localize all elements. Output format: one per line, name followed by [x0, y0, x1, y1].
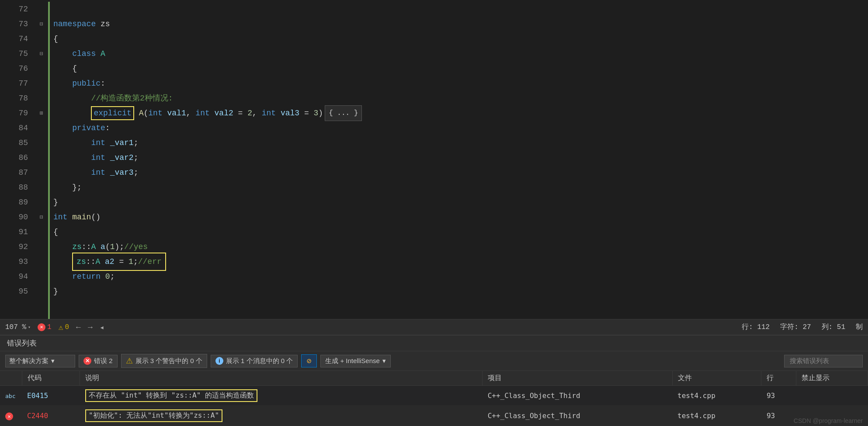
code-line-74: { [53, 31, 868, 46]
warning-filter-button[interactable]: ⚠ 展示 3 个警告中的 0 个 [121, 354, 207, 368]
editor-area: 72 73 74 75 76 77 78 79 84 85 86 87 88 8… [0, 0, 868, 319]
zoom-control[interactable]: 107 % ▾ [5, 323, 31, 331]
line-num-86: 86 [3, 150, 28, 165]
error-count-badge[interactable]: ✕ 1 [38, 323, 52, 331]
error-table-body: abc E0415 不存在从 "int" 转换到 "zs::A" 的适当构造函数… [0, 386, 868, 426]
solution-filter-dropdown[interactable]: 整个解决方案 ▾ [5, 355, 75, 367]
line-num-84: 84 [3, 121, 28, 135]
info-filter-icon: i [215, 357, 223, 365]
info-filter-button[interactable]: i 展示 1 个消息中的 0 个 [211, 355, 298, 367]
error-panel-title: 错误列表 [0, 336, 868, 351]
line-num-85: 85 [3, 135, 28, 150]
line-numbers: 72 73 74 75 76 77 78 79 84 85 86 87 88 8… [0, 2, 35, 319]
code-line-94: return 0; [53, 269, 868, 284]
error-table: 代码 说明 项目 文件 行 禁止显示 abc E0415 不存在从 "int" … [0, 371, 868, 426]
warning-filter-icon: ⚠ [126, 356, 133, 366]
error-row-line-2: 93 [761, 406, 796, 426]
nav-bar-button[interactable]: ◂ [100, 322, 104, 332]
error-desc-highlight-1: 不存在从 "int" 转换到 "zs::A" 的适当构造函数 [85, 389, 257, 402]
col-header-project: 项目 [483, 371, 672, 386]
error-search-input[interactable]: 搜索错误列表 [784, 355, 863, 367]
code-line-88: }; [53, 180, 868, 195]
watermark: CSDN @program-learner [794, 417, 863, 424]
line-num-90: 90 [3, 210, 28, 225]
line-num-87: 87 [3, 165, 28, 180]
collapsed-block-79[interactable]: { ... } [325, 105, 362, 121]
code-container: 72 73 74 75 76 77 78 79 84 85 86 87 88 8… [0, 0, 868, 319]
err-line-highlight: zs::A a2 = 1;//err [72, 253, 166, 271]
code-line-87: int _var3; [53, 165, 868, 180]
status-bar: 107 % ▾ ✕ 1 ⚠ 0 ← → ◂ 行: 112 字符: 27 列: 5… [0, 319, 868, 335]
code-line-89: } [53, 195, 868, 210]
table-row[interactable]: abc E0415 不存在从 "int" 转换到 "zs::A" 的适当构造函数… [0, 386, 868, 406]
abc-icon: abc [5, 393, 15, 399]
filter-funnel-icon: ⊘ [307, 356, 312, 366]
error-table-header: 代码 说明 项目 文件 行 禁止显示 [0, 371, 868, 386]
line-num-72: 72 [3, 2, 28, 17]
col-header-code: 代码 [22, 371, 80, 386]
line-num-91: 91 [3, 225, 28, 239]
warning-count: 0 [65, 323, 69, 331]
col-header-line: 行 [761, 371, 796, 386]
code-line-73: namespace zs [53, 17, 868, 31]
warning-count-badge[interactable]: ⚠ 0 [59, 322, 69, 332]
error-panel-toolbar: 整个解决方案 ▾ ✕ 错误 2 ⚠ 展示 3 个警告中的 0 个 i 展示 1 … [0, 351, 868, 371]
code-line-92: zs::A a(1);//yes [53, 239, 868, 254]
error-row-icon-2: ✕ [0, 406, 22, 426]
code-line-90: int main() [53, 210, 868, 225]
nav-right-button[interactable]: → [88, 323, 93, 332]
col-header-suppress: 禁止显示 [796, 371, 868, 386]
error-row-project-2: C++_Class_Object_Third [483, 406, 672, 426]
zoom-dropdown-arrow: ▾ [28, 325, 31, 330]
error-row-desc-2: "初始化": 无法从"int"转换为"zs::A" [80, 406, 483, 426]
col-position: 列: 51 [822, 322, 845, 332]
error-row-file-2: test4.cpp [672, 406, 761, 426]
code-line-86: int _var2; [53, 150, 868, 165]
col-header-spacer [0, 371, 22, 386]
error-row-line-1: 93 [761, 386, 796, 406]
line-num-76: 76 [3, 61, 28, 76]
error-row-project-1: C++_Class_Object_Third [483, 386, 672, 406]
line-num-79: 79 [3, 106, 28, 121]
line-num-73: 73 [3, 17, 28, 31]
filter-active-button[interactable]: ⊘ [301, 354, 317, 367]
filter-dropdown-arrow: ▾ [51, 357, 55, 365]
line-num-74: 74 [3, 31, 28, 46]
error-row-file-1: test4.cpp [672, 386, 761, 406]
line-num-78: 78 [3, 91, 28, 106]
line-num-95: 95 [3, 284, 28, 299]
error-icon: ✕ [38, 323, 45, 331]
error-row-icon-1: abc [0, 386, 22, 406]
error-circle-icon: ✕ [5, 412, 13, 420]
code-gutter: ⊟ ⊟ ⊞ ⊟ [35, 2, 48, 319]
fold-icon-90: ⊟ [40, 214, 43, 221]
col-header-desc: 说明 [80, 371, 483, 386]
table-row[interactable]: ✕ C2440 "初始化": 无法从"int"转换为"zs::A" C++_Cl… [0, 406, 868, 426]
fold-icon-75: ⊟ [40, 50, 43, 57]
error-filter-button[interactable]: ✕ 错误 2 [79, 355, 118, 367]
encoding: 制 [856, 322, 863, 332]
nav-left-button[interactable]: ← [76, 323, 81, 332]
error-panel: 错误列表 整个解决方案 ▾ ✕ 错误 2 ⚠ 展示 3 个警告中的 0 个 i … [0, 335, 868, 426]
code-line-78: //构造函数第2种情况: [53, 91, 868, 106]
code-line-77: public: [53, 76, 868, 91]
code-line-95: } [53, 284, 868, 299]
col-header-file: 文件 [672, 371, 761, 386]
error-count: 1 [47, 323, 52, 331]
line-num-94: 94 [3, 269, 28, 284]
explicit-highlight: explicit [91, 106, 134, 120]
code-line-72 [53, 2, 868, 17]
error-row-code-1: E0415 [22, 386, 80, 406]
line-num-92: 92 [3, 239, 28, 254]
zoom-level: 107 % [5, 323, 26, 331]
build-filter-dropdown[interactable]: 生成 + IntelliSense ▾ [320, 355, 391, 367]
char-position: 字符: 27 [780, 322, 811, 332]
line-num-75: 75 [3, 46, 28, 61]
line-num-77: 77 [3, 76, 28, 91]
code-line-76: { [53, 61, 868, 76]
line-position: 行: 112 [742, 322, 770, 332]
code-line-85: int _var1; [53, 135, 868, 150]
error-desc-highlight-2: "初始化": 无法从"int"转换为"zs::A" [85, 409, 222, 422]
error-row-suppress-1 [796, 386, 868, 406]
code-line-79: explicit A(int val1, int val2 = 2, int v… [53, 106, 868, 121]
